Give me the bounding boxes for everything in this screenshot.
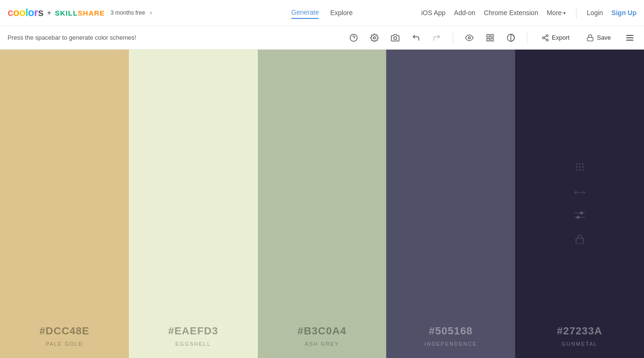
resize-icon[interactable]	[575, 186, 585, 198]
promo-arrow: ›	[150, 9, 152, 16]
svg-point-25	[576, 169, 577, 171]
nav-chrome-extension[interactable]: Chrome Extension	[484, 7, 538, 18]
color-swatch[interactable]: #B3C0A4ASH GREY	[258, 50, 387, 358]
promo-text: 3 months free	[110, 9, 145, 16]
signup-button[interactable]: Sign Up	[611, 9, 636, 17]
color-palette: #DCC48EPALE GOLD#EAEFD3EGGSHELL#B3C0A4AS…	[0, 50, 644, 358]
nav-right: iOS App Add-on Chrome Extension More ▾ L…	[421, 7, 636, 18]
color-hex-value: #B3C0A4	[297, 325, 347, 337]
nav-more-label: More	[547, 9, 562, 17]
contrast-icon[interactable]	[504, 31, 517, 44]
nav-ios-app[interactable]: iOS App	[421, 7, 445, 18]
svg-line-13	[544, 38, 547, 40]
login-button[interactable]: Login	[587, 9, 603, 17]
svg-line-14	[544, 36, 547, 37]
color-swatch[interactable]: #EAEFD3EGGSHELL	[129, 50, 258, 358]
svg-point-26	[579, 169, 581, 171]
toolbar-divider-2	[527, 32, 527, 43]
color-hex-value: #EAEFD3	[168, 325, 218, 337]
header: coolors + SKILLSHARE 3 months free › Gen…	[0, 0, 644, 26]
svg-point-30	[580, 212, 583, 214]
grid-dots-icon[interactable]	[575, 162, 585, 175]
color-name-label: EGGSHELL	[176, 341, 211, 347]
lock-icon[interactable]	[576, 233, 584, 246]
sliders-icon[interactable]	[575, 210, 585, 222]
color-swatch[interactable]: #DCC48EPALE GOLD	[0, 50, 129, 358]
color-hex-value: #DCC48E	[39, 325, 89, 337]
svg-point-24	[582, 166, 584, 168]
undo-icon[interactable]	[409, 31, 423, 44]
nav-generate[interactable]: Generate	[291, 7, 319, 19]
settings-icon[interactable]	[368, 31, 381, 44]
toolbar-icons: Export Save	[347, 31, 636, 44]
coolors-logo[interactable]: coolors	[8, 7, 43, 19]
svg-point-10	[546, 34, 548, 36]
export-label: Export	[552, 34, 570, 41]
plus-sign: +	[47, 9, 51, 17]
svg-point-23	[579, 166, 581, 168]
svg-point-11	[542, 37, 544, 39]
svg-rect-6	[491, 34, 493, 37]
svg-point-27	[582, 169, 584, 171]
redo-icon[interactable]	[430, 31, 443, 44]
grid-view-icon[interactable]	[483, 31, 497, 44]
spacebar-hint: Press the spacebar to generate color sch…	[8, 34, 347, 41]
svg-point-12	[546, 39, 548, 41]
svg-point-20	[579, 163, 581, 165]
camera-icon[interactable]	[389, 31, 402, 44]
svg-point-32	[576, 216, 579, 219]
nav-more[interactable]: More ▾	[547, 9, 566, 17]
svg-rect-5	[487, 34, 489, 37]
chevron-down-icon: ▾	[563, 10, 566, 16]
menu-button[interactable]	[623, 31, 636, 44]
svg-rect-33	[576, 238, 584, 244]
view-icon[interactable]	[463, 31, 476, 44]
svg-point-22	[576, 166, 577, 168]
svg-rect-15	[587, 37, 593, 41]
color-swatch[interactable]: #27233AGUNMETAL	[515, 50, 644, 358]
nav-center: Generate Explore	[291, 7, 353, 19]
color-name-label: GUNMETAL	[561, 341, 597, 347]
nav-divider	[576, 7, 576, 18]
nav-addon[interactable]: Add-on	[454, 7, 475, 18]
svg-point-19	[576, 163, 577, 165]
color-name-label: INDEPENDENCE	[424, 341, 477, 347]
skillshare-logo[interactable]: SKILLSHARE	[55, 9, 105, 17]
save-label: Save	[597, 34, 611, 41]
svg-point-4	[468, 36, 471, 39]
color-name-label: PALE GOLD	[46, 341, 84, 347]
svg-rect-8	[491, 38, 493, 41]
color-swatch[interactable]: #505168INDEPENDENCE	[386, 50, 515, 358]
svg-point-21	[582, 163, 584, 165]
toolbar: Press the spacebar to generate color sch…	[0, 26, 644, 50]
help-icon[interactable]	[347, 31, 360, 44]
color-name-label: ASH GREY	[305, 341, 339, 347]
logo-area: coolors + SKILLSHARE 3 months free ›	[8, 7, 152, 19]
toolbar-divider-1	[453, 32, 453, 43]
save-button[interactable]: Save	[582, 31, 616, 44]
color-hex-value: #27233A	[557, 325, 602, 337]
color-hex-value: #505168	[429, 325, 473, 337]
nav-explore[interactable]: Explore	[330, 7, 352, 18]
svg-point-3	[394, 36, 397, 39]
svg-point-2	[373, 36, 376, 39]
export-button[interactable]: Export	[537, 31, 575, 44]
svg-rect-7	[487, 38, 489, 41]
